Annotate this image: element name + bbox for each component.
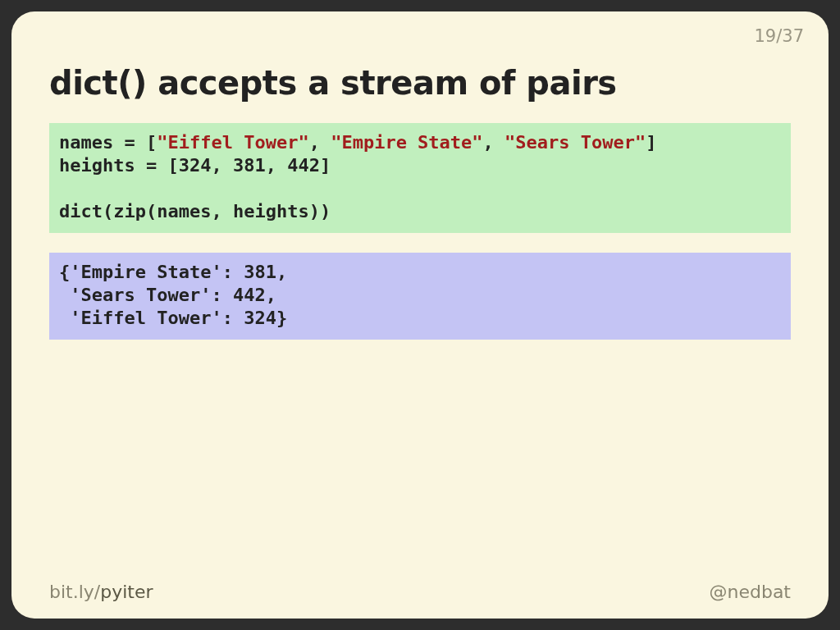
footer-link-prefix: bit.ly/ xyxy=(49,582,100,602)
footer-handle: @nedbat xyxy=(709,582,791,602)
slide-card: 19/37 dict() accepts a stream of pairs n… xyxy=(11,11,829,619)
slide-footer: bit.ly/pyiter @nedbat xyxy=(49,582,791,602)
slide-number-total: 37 xyxy=(782,26,804,46)
code-string: "Empire State" xyxy=(331,132,482,153)
code-text: heights = [324, 381, 442] xyxy=(59,155,331,176)
output-text: {'Empire State': 381, xyxy=(59,262,287,282)
footer-link: bit.ly/pyiter xyxy=(49,582,153,602)
code-text: , xyxy=(483,132,505,153)
slide-number: 19/37 xyxy=(754,26,804,46)
code-text: dict(zip(names, heights)) xyxy=(59,201,331,221)
code-text: ] xyxy=(646,132,656,153)
code-text: names = [ xyxy=(59,132,157,153)
slide-title: dict() accepts a stream of pairs xyxy=(49,64,791,102)
output-text: 'Eiffel Tower': 324} xyxy=(59,308,287,328)
output-text: 'Sears Tower': 442, xyxy=(59,285,276,305)
code-block: names = ["Eiffel Tower", "Empire State",… xyxy=(49,123,791,233)
output-block: {'Empire State': 381, 'Sears Tower': 442… xyxy=(49,253,791,340)
footer-link-suffix: pyiter xyxy=(100,582,153,602)
code-text: , xyxy=(309,132,331,153)
code-string: "Sears Tower" xyxy=(504,132,646,153)
slide-number-current: 19 xyxy=(754,26,776,46)
code-string: "Eiffel Tower" xyxy=(157,132,308,153)
